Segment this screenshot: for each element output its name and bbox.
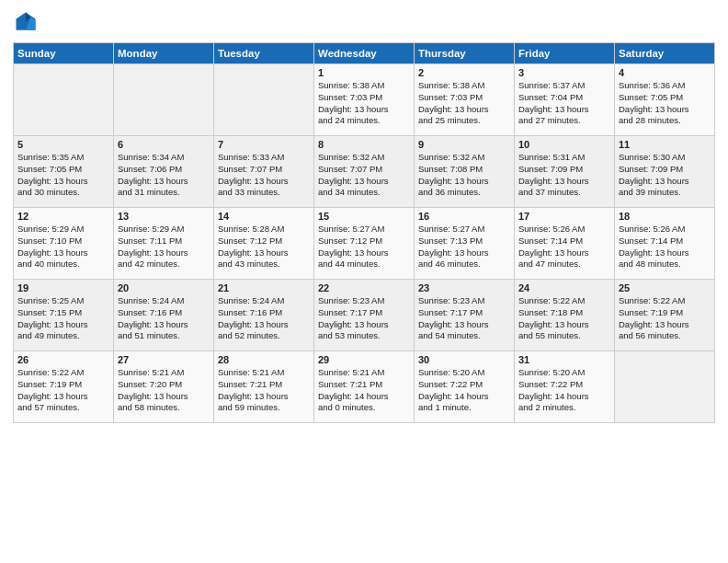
cell-content: Sunrise: 5:23 AM Sunset: 7:17 PM Dayligh… <box>318 295 410 342</box>
day-number: 8 <box>318 139 410 150</box>
weekday-header-friday: Friday <box>515 43 615 64</box>
cell-content: Sunrise: 5:24 AM Sunset: 7:16 PM Dayligh… <box>218 295 310 342</box>
cell-content: Sunrise: 5:26 AM Sunset: 7:14 PM Dayligh… <box>518 224 610 270</box>
cell-content: Sunrise: 5:29 AM Sunset: 7:10 PM Dayligh… <box>17 224 109 270</box>
day-number: 14 <box>218 211 310 222</box>
calendar-cell: 10Sunrise: 5:31 AM Sunset: 7:09 PM Dayli… <box>515 136 615 208</box>
calendar-table: SundayMondayTuesdayWednesdayThursdayFrid… <box>13 42 715 423</box>
day-number: 22 <box>318 282 410 293</box>
weekday-row: SundayMondayTuesdayWednesdayThursdayFrid… <box>14 43 715 64</box>
cell-content: Sunrise: 5:35 AM Sunset: 7:05 PM Dayligh… <box>17 152 109 199</box>
cell-content: Sunrise: 5:20 AM Sunset: 7:22 PM Dayligh… <box>518 367 610 414</box>
day-number: 9 <box>418 139 510 150</box>
day-number: 19 <box>17 282 109 293</box>
calendar-cell: 2Sunrise: 5:38 AM Sunset: 7:03 PM Daylig… <box>415 64 515 136</box>
calendar-cell: 5Sunrise: 5:35 AM Sunset: 7:05 PM Daylig… <box>14 136 114 208</box>
header <box>13 9 715 35</box>
weekday-header-sunday: Sunday <box>14 43 114 64</box>
cell-content: Sunrise: 5:25 AM Sunset: 7:15 PM Dayligh… <box>17 295 109 342</box>
calendar-cell <box>214 64 314 136</box>
cell-content: Sunrise: 5:29 AM Sunset: 7:11 PM Dayligh… <box>118 224 210 270</box>
weekday-header-monday: Monday <box>114 43 214 64</box>
calendar-cell: 25Sunrise: 5:22 AM Sunset: 7:19 PM Dayli… <box>615 280 715 351</box>
cell-content: Sunrise: 5:22 AM Sunset: 7:19 PM Dayligh… <box>17 367 109 414</box>
day-number: 20 <box>118 282 210 293</box>
day-number: 12 <box>17 211 109 222</box>
day-number: 15 <box>318 211 410 222</box>
calendar-cell: 26Sunrise: 5:22 AM Sunset: 7:19 PM Dayli… <box>14 351 114 423</box>
page: SundayMondayTuesdayWednesdayThursdayFrid… <box>0 0 728 563</box>
weekday-header-thursday: Thursday <box>415 43 515 64</box>
cell-content: Sunrise: 5:27 AM Sunset: 7:13 PM Dayligh… <box>418 224 510 270</box>
calendar-cell <box>615 351 715 423</box>
calendar-cell: 29Sunrise: 5:21 AM Sunset: 7:21 PM Dayli… <box>314 351 415 423</box>
calendar-cell: 17Sunrise: 5:26 AM Sunset: 7:14 PM Dayli… <box>515 208 615 280</box>
calendar-cell: 4Sunrise: 5:36 AM Sunset: 7:05 PM Daylig… <box>615 64 715 136</box>
cell-content: Sunrise: 5:28 AM Sunset: 7:12 PM Dayligh… <box>218 224 310 270</box>
day-number: 24 <box>518 282 610 293</box>
day-number: 2 <box>418 67 510 78</box>
day-number: 7 <box>218 139 310 150</box>
cell-content: Sunrise: 5:31 AM Sunset: 7:09 PM Dayligh… <box>518 152 610 199</box>
cell-content: Sunrise: 5:22 AM Sunset: 7:19 PM Dayligh… <box>619 295 711 342</box>
day-number: 21 <box>218 282 310 293</box>
cell-content: Sunrise: 5:23 AM Sunset: 7:17 PM Dayligh… <box>418 295 510 342</box>
calendar-cell: 3Sunrise: 5:37 AM Sunset: 7:04 PM Daylig… <box>515 64 615 136</box>
calendar-cell: 28Sunrise: 5:21 AM Sunset: 7:21 PM Dayli… <box>214 351 314 423</box>
cell-content: Sunrise: 5:22 AM Sunset: 7:18 PM Dayligh… <box>518 295 610 342</box>
calendar-cell: 23Sunrise: 5:23 AM Sunset: 7:17 PM Dayli… <box>415 280 515 351</box>
day-number: 6 <box>118 139 210 150</box>
cell-content: Sunrise: 5:24 AM Sunset: 7:16 PM Dayligh… <box>118 295 210 342</box>
cell-content: Sunrise: 5:20 AM Sunset: 7:22 PM Dayligh… <box>418 367 510 414</box>
calendar-cell: 22Sunrise: 5:23 AM Sunset: 7:17 PM Dayli… <box>314 280 415 351</box>
day-number: 27 <box>118 354 210 365</box>
calendar-cell: 19Sunrise: 5:25 AM Sunset: 7:15 PM Dayli… <box>14 280 114 351</box>
calendar-cell <box>14 64 114 136</box>
day-number: 31 <box>518 354 610 365</box>
cell-content: Sunrise: 5:34 AM Sunset: 7:06 PM Dayligh… <box>118 152 210 199</box>
calendar-cell: 15Sunrise: 5:27 AM Sunset: 7:12 PM Dayli… <box>314 208 415 280</box>
day-number: 26 <box>17 354 109 365</box>
weekday-header-wednesday: Wednesday <box>314 43 415 64</box>
calendar-cell: 11Sunrise: 5:30 AM Sunset: 7:09 PM Dayli… <box>615 136 715 208</box>
day-number: 4 <box>619 67 711 78</box>
calendar-cell: 12Sunrise: 5:29 AM Sunset: 7:10 PM Dayli… <box>14 208 114 280</box>
calendar-cell: 27Sunrise: 5:21 AM Sunset: 7:20 PM Dayli… <box>114 351 214 423</box>
calendar-cell: 31Sunrise: 5:20 AM Sunset: 7:22 PM Dayli… <box>515 351 615 423</box>
calendar-cell: 21Sunrise: 5:24 AM Sunset: 7:16 PM Dayli… <box>214 280 314 351</box>
calendar-header: SundayMondayTuesdayWednesdayThursdayFrid… <box>14 43 715 64</box>
cell-content: Sunrise: 5:30 AM Sunset: 7:09 PM Dayligh… <box>619 152 711 199</box>
calendar-cell: 16Sunrise: 5:27 AM Sunset: 7:13 PM Dayli… <box>415 208 515 280</box>
calendar-week-1: 1Sunrise: 5:38 AM Sunset: 7:03 PM Daylig… <box>14 64 715 136</box>
calendar-cell: 18Sunrise: 5:26 AM Sunset: 7:14 PM Dayli… <box>615 208 715 280</box>
cell-content: Sunrise: 5:27 AM Sunset: 7:12 PM Dayligh… <box>318 224 410 270</box>
calendar-cell: 9Sunrise: 5:32 AM Sunset: 7:08 PM Daylig… <box>415 136 515 208</box>
cell-content: Sunrise: 5:37 AM Sunset: 7:04 PM Dayligh… <box>518 80 610 127</box>
cell-content: Sunrise: 5:32 AM Sunset: 7:07 PM Dayligh… <box>318 152 410 199</box>
calendar-week-5: 26Sunrise: 5:22 AM Sunset: 7:19 PM Dayli… <box>14 351 715 423</box>
cell-content: Sunrise: 5:32 AM Sunset: 7:08 PM Dayligh… <box>418 152 510 199</box>
calendar-body: 1Sunrise: 5:38 AM Sunset: 7:03 PM Daylig… <box>14 64 715 423</box>
cell-content: Sunrise: 5:36 AM Sunset: 7:05 PM Dayligh… <box>619 80 711 127</box>
day-number: 18 <box>619 211 711 222</box>
logo-icon <box>13 9 39 35</box>
day-number: 13 <box>118 211 210 222</box>
day-number: 25 <box>619 282 711 293</box>
calendar-week-4: 19Sunrise: 5:25 AM Sunset: 7:15 PM Dayli… <box>14 280 715 351</box>
day-number: 11 <box>619 139 711 150</box>
calendar-week-2: 5Sunrise: 5:35 AM Sunset: 7:05 PM Daylig… <box>14 136 715 208</box>
calendar-cell: 8Sunrise: 5:32 AM Sunset: 7:07 PM Daylig… <box>314 136 415 208</box>
calendar-cell: 30Sunrise: 5:20 AM Sunset: 7:22 PM Dayli… <box>415 351 515 423</box>
calendar-cell: 6Sunrise: 5:34 AM Sunset: 7:06 PM Daylig… <box>114 136 214 208</box>
calendar-cell: 14Sunrise: 5:28 AM Sunset: 7:12 PM Dayli… <box>214 208 314 280</box>
cell-content: Sunrise: 5:38 AM Sunset: 7:03 PM Dayligh… <box>418 80 510 127</box>
day-number: 5 <box>17 139 109 150</box>
day-number: 28 <box>218 354 310 365</box>
calendar-cell <box>114 64 214 136</box>
day-number: 30 <box>418 354 510 365</box>
day-number: 1 <box>318 67 410 78</box>
day-number: 23 <box>418 282 510 293</box>
weekday-header-tuesday: Tuesday <box>214 43 314 64</box>
calendar-cell: 13Sunrise: 5:29 AM Sunset: 7:11 PM Dayli… <box>114 208 214 280</box>
calendar-cell: 24Sunrise: 5:22 AM Sunset: 7:18 PM Dayli… <box>515 280 615 351</box>
